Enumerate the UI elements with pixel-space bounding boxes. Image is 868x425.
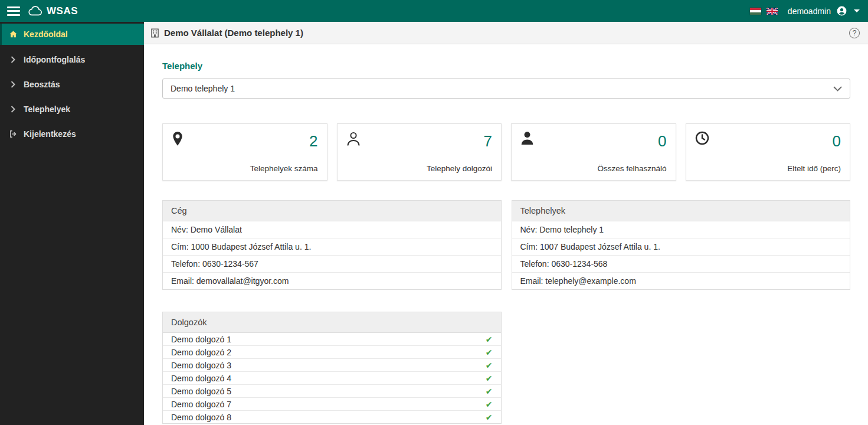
company-name-row: Név: Demo Vállalat [163, 221, 501, 238]
sidebar-item-telephelyek[interactable]: Telephelyek [0, 98, 144, 120]
help-button[interactable]: ? [849, 28, 860, 38]
logout-icon [8, 130, 18, 138]
stat-card-telephelyek-szama: 2 Telephelyek száma [162, 123, 327, 181]
stat-value: 7 [484, 133, 492, 149]
check-icon: ✔ [486, 387, 493, 396]
stat-value: 2 [309, 133, 317, 149]
worker-name: Demo dolgozó 4 [171, 374, 231, 383]
user-outline-icon [346, 131, 361, 146]
content: Telephely Demo telephely 1 2 [144, 44, 868, 425]
cloud-icon [28, 6, 42, 16]
username[interactable]: demoadmin [788, 6, 831, 16]
app-root: WSAS demoadmin [0, 0, 868, 425]
stat-label: Eltelt idő (perc) [695, 164, 841, 173]
stat-value: 0 [658, 133, 666, 149]
topbar-right: demoadmin [750, 5, 860, 17]
sidebar-item-kijelentkezes[interactable]: Kijelentkezés [0, 123, 144, 145]
check-icon: ✔ [486, 335, 493, 344]
check-icon: ✔ [486, 374, 493, 383]
site-select[interactable]: Demo telephely 1 [162, 79, 850, 99]
check-icon: ✔ [486, 413, 493, 422]
page-title: Demo Vállalat (Demo telephely 1) [164, 28, 844, 38]
site-select-value: Demo telephely 1 [171, 84, 235, 93]
user-filled-icon [520, 131, 534, 145]
topbar-left: WSAS [7, 5, 78, 17]
site-email-row: Email: telephely@example.com [512, 273, 850, 289]
empty-column [512, 312, 851, 424]
stat-card-eltelt-ido: 0 Eltelt idő (perc) [686, 123, 851, 181]
site-name-row: Név: Demo telephely 1 [512, 221, 850, 238]
chevron-right-icon [8, 81, 18, 88]
stat-label: Összes felhasználó [520, 164, 667, 173]
chevron-right-icon [8, 106, 18, 113]
brand-logo[interactable]: WSAS [28, 5, 78, 17]
worker-name: Demo dolgozó 3 [171, 361, 231, 370]
topbar: WSAS demoadmin [0, 0, 868, 22]
site-address-row: Cím: 1007 Budapest József Attila u. 1. [512, 238, 850, 256]
check-icon: ✔ [486, 400, 493, 409]
stat-card-telephely-dolgozoi: 7 Telephely dolgozói [337, 123, 502, 181]
british-flag-icon[interactable] [767, 8, 778, 15]
hamburger-menu-icon[interactable] [7, 6, 20, 16]
main-area: Demo Vállalat (Demo telephely 1) ? Telep… [144, 22, 868, 425]
site-panel: Telephelyek Név: Demo telephely 1 Cím: 1… [512, 200, 851, 290]
sidebar-item-label: Időpontfoglalás [24, 55, 85, 64]
home-icon [8, 30, 18, 38]
stat-label: Telephelyek száma [172, 164, 318, 173]
worker-row: Demo dolgozó 1 ✔ [163, 333, 501, 346]
worker-row: Demo dolgozó 2 ✔ [163, 346, 501, 359]
worker-row: Demo dolgozó 8 ✔ [163, 411, 501, 423]
chevron-down-icon [833, 86, 842, 91]
building-icon [150, 28, 159, 38]
chevron-down-icon[interactable] [854, 9, 860, 12]
worker-name: Demo dolgozó 1 [171, 335, 231, 344]
check-icon: ✔ [486, 361, 493, 370]
map-pin-icon [172, 131, 184, 146]
worker-name: Demo dolgozó 2 [171, 348, 231, 357]
chevron-right-icon [8, 56, 18, 63]
sidebar-item-idopontfoglalas[interactable]: Időpontfoglalás [0, 48, 144, 71]
sidebar: Kezdőoldal Időpontfoglalás Beosztás Tele… [0, 22, 144, 425]
hungarian-flag-icon[interactable] [750, 8, 761, 15]
content-header: Demo Vállalat (Demo telephely 1) ? [144, 22, 868, 44]
sidebar-item-label: Telephelyek [24, 104, 70, 114]
stat-card-osszes-felhasznalo: 0 Összes felhasználó [511, 123, 676, 181]
site-panel-title: Telephelyek [512, 201, 850, 221]
company-email-row: Email: demovallalat@itgyor.com [163, 273, 501, 289]
company-panel: Cég Név: Demo Vállalat Cím: 1000 Budapes… [162, 200, 502, 290]
sidebar-item-label: Kijelentkezés [24, 129, 76, 139]
workers-panel-title: Dolgozók [163, 312, 501, 333]
worker-name: Demo dolgozó 5 [171, 387, 231, 396]
company-panel-title: Cég [163, 201, 501, 221]
worker-row: Demo dolgozó 7 ✔ [163, 398, 501, 411]
worker-row: Demo dolgozó 3 ✔ [163, 359, 501, 372]
sidebar-item-label: Beosztás [24, 80, 60, 89]
clock-icon [695, 131, 709, 145]
stat-value: 0 [833, 133, 841, 149]
sidebar-item-beosztas[interactable]: Beosztás [0, 73, 144, 96]
stat-label: Telephely dolgozói [346, 164, 493, 173]
user-avatar-icon[interactable] [836, 5, 847, 17]
section-heading-telephely: Telephely [162, 61, 850, 71]
company-phone-row: Telefon: 0630-1234-567 [163, 256, 501, 273]
check-icon: ✔ [486, 348, 493, 357]
company-address-row: Cím: 1000 Budapest József Attila u. 1. [163, 238, 501, 256]
info-panels: Cég Név: Demo Vállalat Cím: 1000 Budapes… [162, 200, 850, 290]
worker-name: Demo dolgozó 8 [171, 413, 231, 422]
sidebar-item-label: Kezdőoldal [24, 30, 68, 39]
brand-name: WSAS [47, 5, 78, 17]
workers-panel: Dolgozók Demo dolgozó 1 ✔ Demo dolgozó 2… [162, 312, 502, 424]
sidebar-item-kezdooldal[interactable]: Kezdőoldal [0, 24, 144, 45]
workers-section: Dolgozók Demo dolgozó 1 ✔ Demo dolgozó 2… [162, 312, 850, 425]
worker-row: Demo dolgozó 5 ✔ [163, 385, 501, 398]
stat-cards: 2 Telephelyek száma 7 Telephely dolgozói [162, 123, 850, 181]
site-phone-row: Telefon: 0630-1234-568 [512, 256, 850, 273]
worker-row: Demo dolgozó 4 ✔ [163, 372, 501, 385]
worker-name: Demo dolgozó 7 [171, 400, 231, 409]
